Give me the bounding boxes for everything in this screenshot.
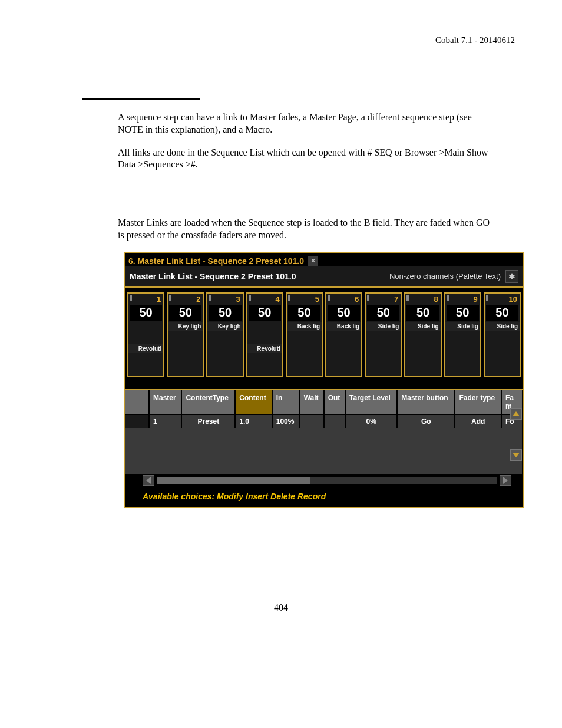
scroll-up-button[interactable] [510, 408, 522, 420]
channel-value: 50 [130, 305, 162, 321]
page-number: 404 [47, 602, 515, 613]
channel-strip: 1 50 Revoluti 2 50 Key ligh 3 50 Key lig… [125, 288, 523, 390]
cell-out[interactable] [324, 414, 345, 428]
cell-fadertype[interactable]: Add [455, 414, 501, 428]
tab-title[interactable]: 6. Master Link List - Sequence 2 Preset … [128, 256, 304, 266]
channel-value: 50 [447, 305, 479, 321]
channel-label: Side lig [405, 322, 440, 331]
channel-8[interactable]: 8 50 Side lig [404, 292, 441, 377]
col-contenttype[interactable]: ContentType [181, 390, 235, 414]
cell-content[interactable]: 1.0 [235, 414, 272, 428]
channel-value: 50 [169, 305, 201, 321]
channel-5[interactable]: 5 50 Back lig [286, 292, 323, 377]
tab-bar: 6. Master Link List - Sequence 2 Preset … [125, 253, 523, 266]
col-blank[interactable] [125, 390, 149, 414]
channel-value: 50 [288, 305, 320, 321]
col-in[interactable]: In [272, 390, 300, 414]
channel-number: 3 [207, 294, 242, 304]
cell-master[interactable]: 1 [149, 414, 181, 428]
scroll-left-button[interactable] [143, 475, 154, 486]
channel-value: 50 [367, 305, 399, 321]
channel-2[interactable]: 2 50 Key ligh [167, 292, 204, 377]
cell-targetlevel[interactable]: 0% [345, 414, 397, 428]
section-rule [82, 98, 200, 100]
channel-label: Key ligh [207, 322, 242, 331]
col-fadertype[interactable]: Fader type [455, 390, 501, 414]
gear-icon[interactable]: ✱ [505, 270, 518, 283]
link-table-area: Master ContentType Content In Wait Out T… [125, 390, 523, 474]
subheader-title: Master Link List - Sequence 2 Preset 101… [130, 272, 296, 281]
app-window: 6. Master Link List - Sequence 2 Preset … [124, 252, 524, 508]
channel-number: 8 [405, 294, 440, 304]
table-empty-area [125, 428, 523, 474]
channel-label: Revoluti [128, 344, 163, 353]
channel-value: 50 [406, 305, 439, 321]
channel-3[interactable]: 3 50 Key ligh [206, 292, 243, 377]
channel-6[interactable]: 6 50 Back lig [325, 292, 362, 377]
scroll-right-button[interactable] [500, 475, 511, 486]
cell-contenttype[interactable]: Preset [181, 414, 235, 428]
channel-4[interactable]: 4 50 Revoluti [246, 292, 283, 377]
channel-number: 7 [366, 294, 401, 304]
subheader-mode[interactable]: Non-zero channels (Palette Text) [389, 272, 501, 281]
chevron-up-icon [513, 411, 520, 416]
horizontal-scrollbar[interactable] [125, 474, 523, 487]
cell-masterbutton[interactable]: Go [397, 414, 455, 428]
channel-number: 9 [445, 294, 480, 304]
channel-label: Side lig [485, 322, 520, 331]
status-footer: Available choices: Modify Insert Delete … [125, 487, 523, 507]
channel-label: Revoluti [247, 344, 282, 353]
window-subheader: Master Link List - Sequence 2 Preset 101… [125, 266, 523, 288]
paragraph-1: A sequence step can have a link to Maste… [118, 111, 491, 136]
channel-label: Key ligh [168, 322, 203, 331]
channel-label: Back lig [287, 322, 322, 331]
col-content[interactable]: Content [235, 390, 272, 414]
scroll-track[interactable] [157, 477, 497, 484]
channel-number: 1 [128, 294, 163, 304]
paragraph-3: Master Links are loaded when the Sequenc… [118, 217, 491, 242]
channel-number: 5 [287, 294, 322, 304]
chevron-right-icon [503, 477, 508, 484]
col-masterbutton[interactable]: Master button [397, 390, 455, 414]
scroll-thumb[interactable] [157, 477, 310, 484]
scroll-down-button[interactable] [510, 449, 522, 461]
channel-number: 4 [247, 294, 282, 304]
channel-value: 50 [486, 305, 518, 321]
table-row[interactable]: 1 Preset 1.0 100% 0% Go Add Fo [125, 414, 523, 428]
channel-label: Back lig [326, 322, 361, 331]
col-targetlevel[interactable]: Target Level [345, 390, 397, 414]
chevron-left-icon [146, 477, 151, 484]
doc-header-right: Cobalt 7.1 - 20140612 [47, 35, 515, 45]
channel-number: 6 [326, 294, 361, 304]
tab-close-button[interactable]: ✕ [308, 256, 318, 266]
channel-label: Side lig [366, 322, 401, 331]
channel-number: 2 [168, 294, 203, 304]
paragraph-2: All links are done in the Sequence List … [118, 147, 491, 172]
channel-9[interactable]: 9 50 Side lig [444, 292, 481, 377]
channel-10[interactable]: 10 50 Side lig [484, 292, 521, 377]
channel-number: 10 [485, 294, 520, 304]
channel-value: 50 [249, 305, 281, 321]
channel-1[interactable]: 1 50 Revoluti [127, 292, 164, 377]
channel-value: 50 [328, 305, 360, 321]
channel-label: Side lig [445, 322, 480, 331]
col-wait[interactable]: Wait [300, 390, 324, 414]
channel-7[interactable]: 7 50 Side lig [365, 292, 402, 377]
cell-in[interactable]: 100% [272, 414, 300, 428]
col-out[interactable]: Out [324, 390, 345, 414]
link-table: Master ContentType Content In Wait Out T… [125, 390, 523, 474]
channel-value: 50 [209, 305, 241, 321]
cell-blank [125, 414, 149, 428]
col-master[interactable]: Master [149, 390, 181, 414]
chevron-down-icon [513, 453, 520, 457]
cell-wait[interactable] [300, 414, 324, 428]
